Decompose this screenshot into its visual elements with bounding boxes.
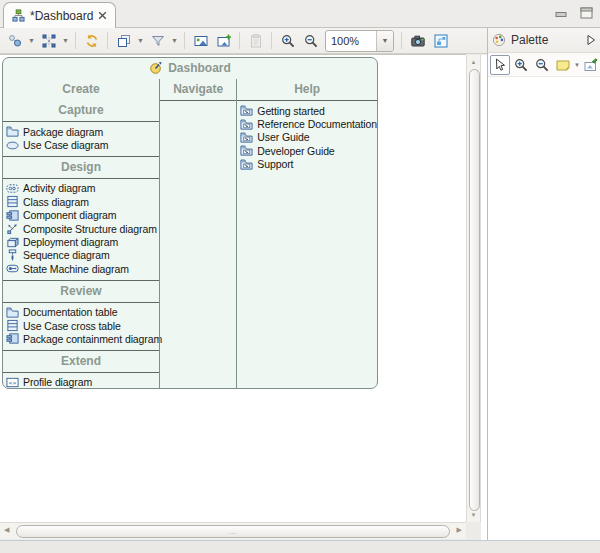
show-related-elements-button[interactable] <box>3 30 26 52</box>
diagram-canvas[interactable]: Dashboard CreateCapturePackage diagramUs… <box>0 54 466 522</box>
scroll-up-icon[interactable]: ▲ <box>467 59 480 65</box>
zoom-in-button[interactable] <box>276 30 299 52</box>
component-icon <box>6 209 19 222</box>
activity-icon <box>6 182 19 195</box>
copy-appearance-icon <box>117 34 131 48</box>
cursor-icon <box>493 58 507 72</box>
section-header-extend: Extend <box>3 351 159 372</box>
select-tool[interactable] <box>490 55 510 75</box>
note-tool[interactable] <box>553 55 573 75</box>
composite-structure-icon <box>6 222 19 235</box>
folder-icon <box>6 306 19 319</box>
sequence-icon <box>6 249 19 262</box>
dashboard-item[interactable]: User Guide <box>237 131 377 144</box>
dashboard-item[interactable]: Package diagram <box>3 125 159 138</box>
scroll-left-icon[interactable]: ◀ <box>4 526 9 534</box>
image-pin-icon <box>584 58 598 72</box>
state-machine-icon <box>6 262 19 275</box>
show-related-elements-button-dropdown[interactable]: ▼ <box>26 37 37 44</box>
refresh-button[interactable] <box>80 30 103 52</box>
scroll-right-icon[interactable]: ▶ <box>457 526 462 534</box>
tab-title: *Dashboard <box>30 9 93 23</box>
dashboard-item[interactable]: Package containment diagram <box>3 332 159 345</box>
section-header-review: Review <box>3 281 159 302</box>
deployment-icon <box>6 236 19 249</box>
copy-appearance-button-dropdown[interactable]: ▼ <box>135 37 146 44</box>
column-header-navigate: Navigate <box>160 79 236 100</box>
chevron-right-icon[interactable] <box>586 34 596 46</box>
palette-zoom-out-tool[interactable] <box>532 55 552 75</box>
dashboard-item[interactable]: Use Case cross table <box>3 319 159 332</box>
zoom-in-icon <box>281 34 295 48</box>
diagram-toolbar: ▼▼▼▼100%▼ <box>0 28 487 54</box>
zoom-in-icon <box>514 58 528 72</box>
close-icon[interactable] <box>98 11 107 20</box>
column-header-help: Help <box>237 79 377 100</box>
arrange-button-dropdown[interactable]: ▼ <box>60 37 71 44</box>
dashboard-item[interactable]: Reference Documentation <box>237 117 377 130</box>
filter-button-dropdown[interactable]: ▼ <box>169 37 180 44</box>
dashboard-item[interactable]: Sequence diagram <box>3 249 159 262</box>
section-header-design: Design <box>3 157 159 178</box>
dashboard-item[interactable]: Developer Guide <box>237 144 377 157</box>
horizontal-scrollbar[interactable]: ◀ … ▶ <box>0 522 466 539</box>
dashboard-item-label: Developer Guide <box>257 145 334 157</box>
zoom-out-button[interactable] <box>299 30 322 52</box>
add-image-button[interactable] <box>212 30 235 52</box>
dashboard-item[interactable]: State Machine diagram <box>3 262 159 275</box>
dashboard-item[interactable]: Deployment diagram <box>3 235 159 248</box>
dashboard-item[interactable]: Use Case diagram <box>3 138 159 151</box>
dashboard-item[interactable]: Component diagram <box>3 209 159 222</box>
linked-nodes-icon <box>8 34 22 48</box>
minimize-button[interactable] <box>554 5 569 20</box>
snapshot-button[interactable] <box>406 30 429 52</box>
linked-folder-icon <box>240 118 253 131</box>
class-icon <box>6 319 19 332</box>
dashboard-item[interactable]: Support <box>237 158 377 171</box>
fit-view-icon <box>434 34 448 48</box>
copy-appearance-button[interactable] <box>112 30 135 52</box>
dashboard-item[interactable]: Activity diagram <box>3 182 159 195</box>
dashboard-item-label: Activity diagram <box>23 182 96 194</box>
horizontal-scrollbar-thumb[interactable]: … <box>16 525 450 538</box>
zoom-out-icon <box>304 34 318 48</box>
zoom-out-icon <box>535 58 549 72</box>
palette-zoom-in-tool[interactable] <box>511 55 531 75</box>
filter-button[interactable] <box>146 30 169 52</box>
dashboard-item[interactable]: Getting started <box>237 104 377 117</box>
dashboard-item-label: Getting started <box>257 105 324 117</box>
arrange-button[interactable] <box>37 30 60 52</box>
toolbar-separator <box>184 32 185 49</box>
scroll-down-icon[interactable]: ▼ <box>467 512 480 518</box>
model-icon <box>12 9 25 22</box>
palette-toolbar: ▼▼ <box>488 53 600 77</box>
vertical-scrollbar[interactable]: ▲ ▼ <box>466 55 481 522</box>
export-image-button[interactable] <box>189 30 212 52</box>
class-icon <box>6 195 19 208</box>
zoom-level-value[interactable]: 100% <box>326 35 376 47</box>
zoom-dropdown-button[interactable]: ▼ <box>376 31 393 51</box>
dashboard-item-label: State Machine diagram <box>23 263 129 275</box>
dashboard-title-bar: Dashboard <box>3 58 377 78</box>
paste-icon <box>249 34 263 48</box>
image-export-icon <box>194 34 208 48</box>
refresh-icon <box>85 34 99 48</box>
dashboard-icon <box>149 61 163 75</box>
vertical-scrollbar-thumb[interactable] <box>469 69 480 511</box>
dashboard-item[interactable]: Composite Structure diagram <box>3 222 159 235</box>
dashboard-item[interactable]: Documentation table <box>3 306 159 319</box>
zoom-level-combo[interactable]: 100%▼ <box>325 30 394 52</box>
ellipse-icon <box>6 139 19 152</box>
maximize-button[interactable] <box>579 5 594 20</box>
maximize-icon <box>580 7 593 19</box>
fit-view-button[interactable] <box>429 30 452 52</box>
dashboard-item-label: Reference Documentation <box>257 118 377 130</box>
note-tool-dropdown[interactable]: ▼ <box>574 62 580 68</box>
editor-tab-dashboard[interactable]: *Dashboard <box>3 2 116 28</box>
dashboard-item[interactable]: Class diagram <box>3 195 159 208</box>
palette-header[interactable]: Palette <box>488 28 600 53</box>
dashboard-item[interactable]: «»Profile diagram <box>3 376 159 389</box>
palette-icon <box>492 33 506 47</box>
svg-text:«»: «» <box>9 379 17 387</box>
image-tool[interactable] <box>581 55 600 75</box>
